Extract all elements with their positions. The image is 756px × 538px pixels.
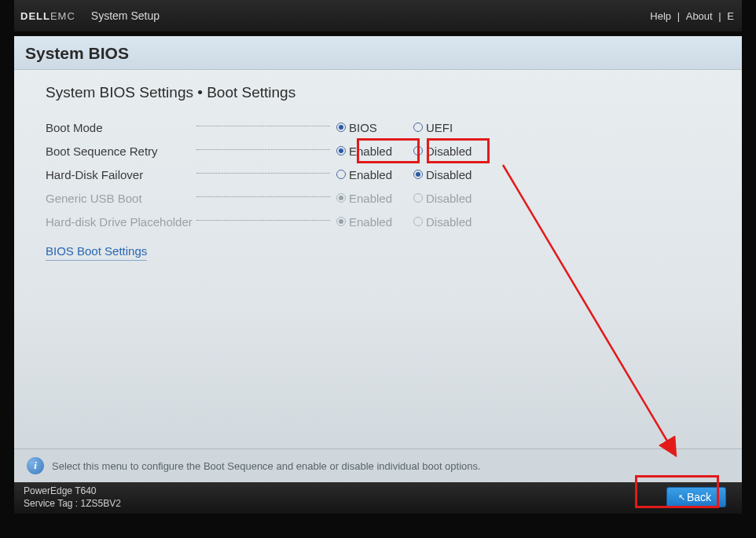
footer-service-tag: Service Tag : 1ZS5BV2 <box>24 498 121 511</box>
about-link[interactable]: About <box>686 10 713 22</box>
radio-icon <box>336 123 346 132</box>
breadcrumb: System BIOS Settings • Boot Settings <box>46 84 718 101</box>
setting-label: Hard-disk Drive Placeholder <box>46 215 195 229</box>
back-button[interactable]: ↖ Back <box>666 487 726 507</box>
radio-group: Enabled Disabled <box>336 192 490 205</box>
radio-label: Enabled <box>349 145 392 158</box>
radio-label: BIOS <box>349 121 377 134</box>
dots <box>196 196 330 197</box>
setting-row-hd-placeholder: Hard-disk Drive Placeholder Enabled Disa… <box>46 210 718 233</box>
radio-label: Disabled <box>426 145 472 158</box>
dots <box>196 173 330 174</box>
setting-label: Hard-Disk Failover <box>46 168 195 181</box>
radio-group: Enabled Disabled <box>336 215 490 229</box>
radio-enabled[interactable]: Enabled <box>336 168 413 181</box>
top-bar: DELLEMC System Setup Help | About | E <box>14 0 742 31</box>
radio-icon <box>413 123 423 132</box>
help-bar: i Select this menu to configure the Boot… <box>14 448 742 482</box>
back-label: Back <box>687 491 711 503</box>
radio-icon <box>336 217 346 226</box>
panel-title-band: System BIOS <box>14 36 742 70</box>
radio-bios[interactable]: BIOS <box>336 121 413 134</box>
main-panel: System BIOS System BIOS Settings • Boot … <box>14 36 742 482</box>
dots <box>196 220 330 221</box>
radio-label: Disabled <box>426 192 472 205</box>
radio-icon <box>413 146 423 156</box>
radio-label: Disabled <box>426 215 472 229</box>
content-area: System BIOS Settings • Boot Settings Boo… <box>14 70 742 261</box>
footer-left: PowerEdge T640 Service Tag : 1ZS5BV2 <box>24 485 121 510</box>
radio-icon <box>336 146 346 156</box>
help-link[interactable]: Help <box>650 10 671 22</box>
setting-label: Boot Mode <box>46 121 195 134</box>
dots <box>196 149 330 150</box>
radio-enabled: Enabled <box>336 215 413 229</box>
radio-group: Enabled Disabled <box>336 168 490 181</box>
setting-row-generic-usb-boot: Generic USB Boot Enabled Disabled <box>46 186 718 210</box>
footer-model: PowerEdge T640 <box>24 485 121 498</box>
radio-label: Disabled <box>426 168 472 181</box>
radio-icon <box>413 170 423 179</box>
radio-icon <box>336 193 346 203</box>
radio-icon <box>413 193 423 203</box>
exit-link-partial[interactable]: E <box>727 10 734 22</box>
radio-label: UEFI <box>426 121 453 134</box>
setting-row-boot-mode: Boot Mode BIOS UEFI <box>46 115 718 139</box>
top-right-links: Help | About | E <box>648 10 736 22</box>
radio-disabled: Disabled <box>413 215 490 229</box>
link-row: BIOS Boot Settings <box>46 244 718 261</box>
footer-bar: PowerEdge T640 Service Tag : 1ZS5BV2 ↖ B… <box>14 482 742 514</box>
radio-disabled[interactable]: Disabled <box>413 168 490 181</box>
radio-icon <box>413 217 423 226</box>
radio-disabled: Disabled <box>413 192 490 205</box>
setting-label: Generic USB Boot <box>46 192 195 205</box>
radio-disabled[interactable]: Disabled <box>413 145 490 158</box>
cursor-icon: ↖ <box>678 492 685 503</box>
radio-label: Enabled <box>349 215 392 229</box>
bios-boot-settings-link[interactable]: BIOS Boot Settings <box>46 244 147 261</box>
radio-group: Enabled Disabled <box>336 145 490 158</box>
brand-suffix: EMC <box>50 10 75 22</box>
panel-title: System BIOS <box>25 44 731 63</box>
info-icon: i <box>27 457 44 474</box>
dots <box>196 126 330 126</box>
radio-label: Enabled <box>349 192 392 205</box>
radio-label: Enabled <box>349 168 392 181</box>
setting-label: Boot Sequence Retry <box>46 145 195 158</box>
brand-main: DELL <box>20 10 50 22</box>
radio-icon <box>336 170 346 179</box>
app-title: System Setup <box>91 9 160 22</box>
help-text: Select this menu to configure the Boot S… <box>52 460 481 472</box>
radio-uefi[interactable]: UEFI <box>413 121 490 134</box>
setting-row-hard-disk-failover: Hard-Disk Failover Enabled Disabled <box>46 163 718 186</box>
radio-enabled: Enabled <box>336 192 413 205</box>
brand-logo: DELLEMC <box>20 10 75 22</box>
setting-row-boot-sequence-retry: Boot Sequence Retry Enabled Disabled <box>46 139 718 163</box>
radio-group: BIOS UEFI <box>336 121 490 134</box>
radio-enabled[interactable]: Enabled <box>336 145 413 158</box>
